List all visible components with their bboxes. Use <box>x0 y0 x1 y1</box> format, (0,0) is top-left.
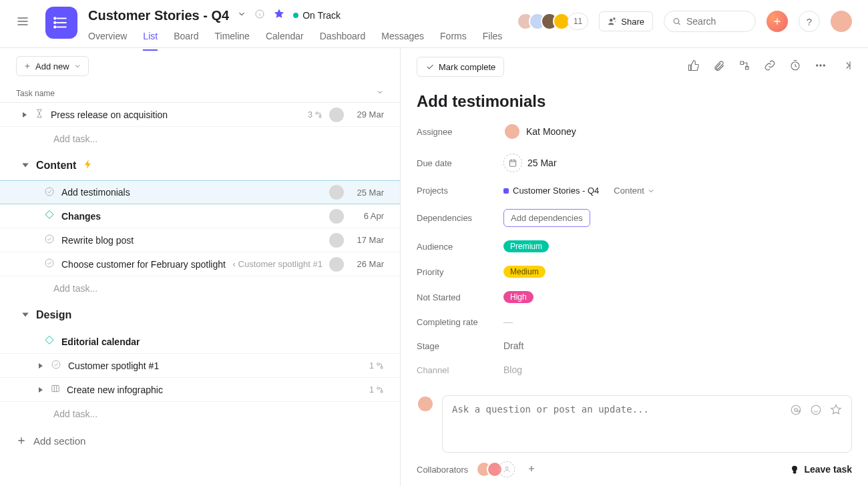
complete-toggle[interactable] <box>44 258 55 270</box>
emoji-icon[interactable] <box>810 404 822 416</box>
svg-point-17 <box>811 405 821 415</box>
task-date: 29 Mar <box>351 109 384 119</box>
section-header[interactable]: Content <box>0 151 400 180</box>
me-avatar[interactable] <box>831 11 852 32</box>
field-due-date[interactable]: Due date 25 Mar <box>417 154 852 172</box>
svg-point-7 <box>45 259 53 267</box>
project-menu[interactable] <box>237 9 246 21</box>
field-completing-rate[interactable]: Completing rate — <box>417 316 852 327</box>
field-status[interactable]: Not Started High <box>417 291 852 303</box>
task-row[interactable]: Press release on acquisition 3 29 Mar <box>0 103 400 127</box>
svg-point-4 <box>674 19 679 24</box>
expand-icon[interactable] <box>21 111 28 118</box>
star-icon[interactable] <box>830 404 842 416</box>
member-count[interactable]: 11 <box>568 13 588 30</box>
add-task-button[interactable]: Add task... <box>0 276 400 300</box>
svg-rect-9 <box>52 385 59 391</box>
mark-complete-button[interactable]: Mark complete <box>417 57 504 77</box>
svg-rect-14 <box>509 160 515 166</box>
search-box[interactable] <box>664 11 756 32</box>
section-header[interactable]: Design <box>0 300 400 330</box>
task-name: Rewrite blog post <box>61 235 322 246</box>
svg-point-6 <box>45 235 53 243</box>
task-row[interactable]: Choose customer for February spotlight ‹… <box>0 252 400 276</box>
member-avatars[interactable]: 11 <box>517 13 588 30</box>
milestone-icon[interactable] <box>44 335 55 348</box>
field-assignee[interactable]: Assignee Kat Mooney <box>417 123 852 140</box>
assignee-avatar[interactable] <box>329 185 344 200</box>
field-priority[interactable]: Priority Medium <box>417 266 852 278</box>
column-menu[interactable] <box>376 88 384 98</box>
favorite-star-icon[interactable] <box>273 8 285 23</box>
task-name: Choose customer for February spotlight <box>61 259 226 270</box>
add-collaborator-button[interactable] <box>527 464 536 475</box>
complete-toggle[interactable] <box>44 234 55 246</box>
collaborators-label: Collaborators <box>417 465 468 475</box>
assignee-avatar[interactable] <box>329 107 344 122</box>
sidebar-toggle[interactable] <box>11 9 35 33</box>
subtask-icon[interactable] <box>738 59 750 74</box>
add-task-button[interactable]: Add task... <box>0 127 400 151</box>
task-title[interactable]: Add testimonials <box>401 85 868 123</box>
add-dependencies-button[interactable]: Add dependencies <box>503 209 590 227</box>
collapse-icon[interactable] <box>21 160 29 172</box>
collapse-icon[interactable] <box>21 309 29 321</box>
add-section-button[interactable]: Add section <box>0 426 400 455</box>
project-title: Customer Stories - Q4 <box>88 8 229 23</box>
status-label: On Track <box>302 10 341 21</box>
global-add-button[interactable] <box>767 11 788 32</box>
field-audience[interactable]: Audience Premium <box>417 240 852 252</box>
task-row[interactable]: Create new infographic 1 <box>0 378 400 402</box>
comment-me-avatar <box>417 395 434 413</box>
search-input[interactable] <box>686 16 747 27</box>
close-panel-icon[interactable] <box>840 59 852 74</box>
project-icon <box>45 7 77 39</box>
project-info-icon[interactable] <box>254 9 265 22</box>
task-row[interactable]: Editorial calendar <box>0 330 400 354</box>
milestone-icon[interactable] <box>44 210 55 222</box>
collaborator-avatars[interactable] <box>476 461 515 477</box>
task-row[interactable]: Add testimonials 25 Mar <box>0 180 400 204</box>
section-chip[interactable]: Content <box>614 186 655 196</box>
attachment-icon[interactable] <box>713 59 725 74</box>
field-channel[interactable]: Channel Blog <box>417 364 852 375</box>
task-name: Add testimonials <box>61 187 322 198</box>
add-new-label: Add new <box>35 61 69 71</box>
copy-link-icon[interactable] <box>764 59 776 74</box>
task-row[interactable]: Rewrite blog post 17 Mar <box>0 228 400 252</box>
assignee-avatar[interactable] <box>329 257 344 272</box>
field-dependencies[interactable]: Dependencies Add dependencies <box>417 209 852 227</box>
task-name: Press release on acquisition <box>51 109 301 120</box>
leave-task-button[interactable]: Leave task <box>789 464 852 475</box>
share-button[interactable]: Share <box>599 11 653 31</box>
add-new-button[interactable]: Add new <box>16 56 89 76</box>
help-button[interactable]: ? <box>799 11 820 32</box>
assignee-avatar <box>503 123 521 140</box>
like-icon[interactable] <box>688 59 700 74</box>
mention-icon[interactable] <box>790 404 802 416</box>
comment-input[interactable] <box>452 404 782 444</box>
calendar-icon <box>503 154 522 172</box>
task-row[interactable]: Customer spotlight #1 1 <box>0 354 400 378</box>
assignee-avatar[interactable] <box>329 209 344 224</box>
assignee-avatar[interactable] <box>329 233 344 248</box>
status-dot-icon <box>293 13 298 18</box>
complete-toggle[interactable] <box>44 186 55 199</box>
expand-icon[interactable] <box>37 387 44 393</box>
complete-toggle[interactable] <box>51 359 61 372</box>
search-icon <box>672 16 681 27</box>
svg-point-13 <box>823 65 825 66</box>
column-header-task-name: Task name <box>16 89 55 98</box>
add-task-button[interactable]: Add task... <box>0 402 400 426</box>
add-collaborator-slot[interactable] <box>499 461 515 477</box>
task-row[interactable]: Changes 6 Apr <box>0 204 400 228</box>
timer-icon[interactable] <box>789 59 801 74</box>
expand-icon[interactable] <box>37 362 44 369</box>
field-projects[interactable]: Projects Customer Stories - Q4 Content <box>417 186 852 196</box>
board-icon <box>51 384 60 395</box>
more-icon[interactable] <box>815 59 827 74</box>
mark-complete-label: Mark complete <box>439 62 495 72</box>
task-date: 26 Mar <box>351 259 384 269</box>
field-stage[interactable]: Stage Draft <box>417 340 852 351</box>
status-chip[interactable]: On Track <box>293 10 341 21</box>
